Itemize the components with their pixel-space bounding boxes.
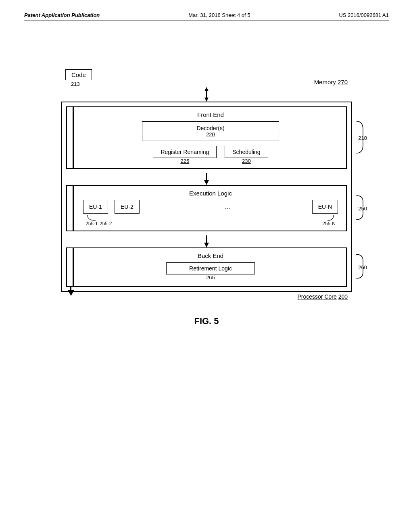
retirement-label: Retirement Logic <box>189 265 232 272</box>
scheduling-label: Scheduling <box>232 149 260 155</box>
backend-vline-top <box>73 248 74 286</box>
exec-bracket <box>352 195 364 221</box>
eu-refs-row: 255-1 255-2 255-N <box>86 215 342 227</box>
memory-label: Memory <box>314 79 336 85</box>
eun-label: EU-N <box>318 204 332 210</box>
page-header: Patent Application Publication Mar. 31, … <box>24 12 389 21</box>
memory-ref: 270 <box>338 79 348 85</box>
front-end-section: Front End Decoder(s) 220 Register Renami… <box>66 106 347 169</box>
eun-ref: 255-N <box>322 221 336 227</box>
arrow-exec-to-backend <box>66 235 347 247</box>
svg-marker-4 <box>204 180 209 185</box>
code-label: Code <box>71 71 86 78</box>
header-patent-number: US 2016/0092681 A1 <box>339 12 389 18</box>
processor-core-ref: 200 <box>338 293 348 300</box>
down-arrow2-svg <box>202 235 211 247</box>
arrow-front-to-exec <box>66 173 347 185</box>
exec-vline <box>73 186 74 231</box>
eu1-ref: 255-1 <box>86 221 98 227</box>
svg-marker-0 <box>204 87 209 91</box>
processor-core-text: Processor Core <box>297 293 336 300</box>
scheduling-box: Scheduling <box>225 146 268 158</box>
scheduling-ref: 230 <box>242 158 251 164</box>
code-ref: 213 <box>71 81 80 87</box>
eun-box: EU-N <box>312 200 338 214</box>
backend-bracket <box>352 254 364 280</box>
bidirectional-arrow <box>200 87 213 102</box>
svg-marker-2 <box>204 98 209 102</box>
memory-row: Code 213 Memory 270 <box>61 69 352 87</box>
header-publication-type: Patent Application Publication <box>24 12 100 18</box>
back-end-section: Back End Retirement Logic 265 260 <box>66 247 347 287</box>
code-box: Code <box>65 69 92 80</box>
execution-title: Execution Logic <box>79 190 342 197</box>
eu2-ref: 255-2 <box>100 221 112 227</box>
svg-marker-6 <box>204 243 209 247</box>
eu-dots: ... <box>148 203 308 211</box>
decoder-box: Decoder(s) 220 <box>142 121 279 141</box>
processor-core-label: Processor Core 200 <box>61 293 352 300</box>
retirement-ref: 265 <box>206 274 215 281</box>
front-end-vline <box>73 107 74 168</box>
eu1-box: EU-1 <box>83 200 108 214</box>
eu2-label: EU-2 <box>121 204 133 210</box>
register-label: Register Renaming <box>161 149 209 155</box>
retirement-box: Retirement Logic <box>166 262 255 274</box>
arrow-svg <box>200 87 213 102</box>
register-ref: 225 <box>181 158 190 164</box>
svg-marker-7 <box>68 290 74 296</box>
diagram: Code 213 Memory 270 <box>61 69 352 300</box>
front-end-num: 210 <box>358 135 367 141</box>
header-date-sheet: Mar. 31, 2016 Sheet 4 of 5 <box>188 12 250 18</box>
backend-arrow-tip <box>68 290 74 297</box>
eu1-label: EU-1 <box>89 204 102 210</box>
eu-row: EU-1 EU-2 ... EU-N <box>79 200 342 214</box>
eu2-box: EU-2 <box>115 200 140 214</box>
decoder-label: Decoder(s) <box>150 125 271 131</box>
register-renaming-box: Register Renaming <box>153 146 217 158</box>
svg-rect-1 <box>206 91 207 98</box>
down-arrow-svg <box>202 173 211 185</box>
back-end-title: Back End <box>79 252 342 259</box>
decoder-ref: 220 <box>150 131 271 137</box>
execution-section: Execution Logic EU-1 EU-2 ... <box>66 185 347 231</box>
fig-label: FIG. 5 <box>24 316 389 326</box>
front-end-title: Front End <box>79 111 342 118</box>
processor-outer-box: Front End Decoder(s) 220 Register Renami… <box>61 102 352 292</box>
